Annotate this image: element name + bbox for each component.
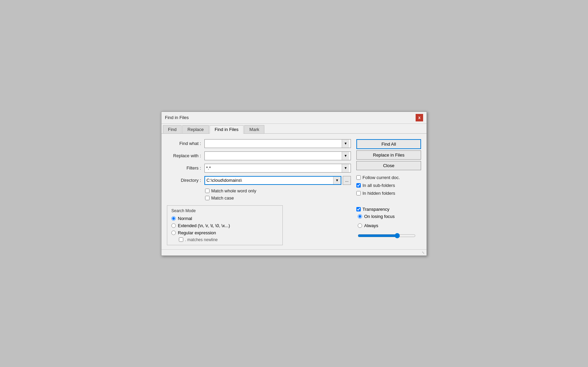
replace-with-row: Replace with : ▼ [167, 151, 351, 160]
replace-with-input[interactable] [206, 153, 342, 158]
always-radio[interactable] [358, 223, 362, 228]
search-mode-normal-label: Normal [178, 216, 192, 221]
on-losing-focus-label: On losing focus [364, 214, 395, 219]
resize-icon: ⤡ [422, 251, 424, 254]
directory-row: Directory : ▼ ... [167, 176, 351, 185]
find-what-control: ▼ [204, 139, 351, 148]
find-what-row: Find what : ▼ [167, 139, 351, 148]
titlebar: Find in Files x [161, 112, 427, 124]
always-label: Always [364, 223, 378, 228]
match-whole-word-checkbox[interactable] [205, 189, 210, 193]
replace-in-files-button[interactable]: Replace in Files [356, 150, 421, 160]
follow-current-doc-row: Follow current doc. [356, 175, 421, 180]
dialog-title: Find in Files [165, 115, 189, 120]
find-all-button[interactable]: Find All [356, 139, 421, 149]
directory-dropdown-arrow[interactable]: ▼ [333, 177, 341, 184]
transparency-section: Transparency On losing focus Always [356, 207, 421, 239]
match-case-checkbox[interactable] [205, 196, 210, 200]
filters-control: ▼ [204, 164, 351, 173]
filters-arrow[interactable]: ▼ [342, 164, 349, 172]
left-side: Find what : ▼ Replace with : ▼ [167, 139, 351, 245]
filters-input[interactable] [206, 165, 342, 171]
close-window-button[interactable]: x [416, 114, 423, 121]
search-mode-extended-row: Extended (\n, \r, \t, \0, \x...) [171, 223, 278, 228]
checkboxes-section: Match whole word only Match case [167, 188, 351, 201]
tab-replace[interactable]: Replace [182, 125, 209, 133]
match-case-label: Match case [211, 195, 234, 201]
transparency-radios: On losing focus Always [358, 214, 421, 230]
filters-label: Filters : [167, 165, 204, 171]
always-row: Always [358, 223, 421, 228]
main-content: Find what : ▼ Replace with : ▼ [167, 139, 421, 245]
directory-label: Directory : [167, 178, 204, 183]
search-mode-title: Search Mode [171, 208, 278, 213]
transparency-header: Transparency [356, 207, 421, 212]
in-hidden-folders-label: In hidden folders [362, 191, 395, 196]
tab-bar: Find Replace Find in Files Mark [161, 124, 427, 134]
right-side: Find All Replace in Files Close Follow c… [356, 139, 421, 245]
search-mode-normal-row: Normal [171, 216, 278, 221]
match-case-row: Match case [205, 195, 351, 201]
find-in-files-dialog: Find in Files x Find Replace Find in Fil… [161, 112, 427, 256]
dialog-footer: ⤡ [161, 249, 427, 255]
replace-with-label: Replace with : [167, 153, 204, 158]
close-button[interactable]: Close [356, 161, 421, 170]
browse-button[interactable]: ... [343, 176, 351, 185]
filters-row: Filters : ▼ [167, 164, 351, 173]
matches-newline-label: . matches newline [185, 237, 218, 242]
search-mode-regex-label: Regular expression [178, 230, 216, 235]
filters-dropdown[interactable]: ▼ [204, 164, 351, 173]
directory-control: ▼ ... [204, 176, 351, 185]
replace-with-control: ▼ [204, 151, 351, 160]
find-what-input[interactable] [206, 141, 342, 146]
search-mode-normal-radio[interactable] [171, 216, 176, 221]
search-mode-regex-row: Regular expression [171, 230, 278, 235]
find-what-arrow[interactable]: ▼ [342, 140, 349, 148]
find-what-label: Find what : [167, 141, 204, 146]
replace-with-dropdown[interactable]: ▼ [204, 151, 351, 160]
directory-input-wrap[interactable]: ▼ [204, 176, 341, 185]
right-checkboxes: Follow current doc. In all sub-folders I… [356, 175, 421, 196]
search-mode-extended-radio[interactable] [171, 223, 176, 228]
in-all-subfolders-label: In all sub-folders [362, 183, 395, 188]
on-losing-focus-radio[interactable] [358, 214, 362, 219]
search-mode-regex-radio[interactable] [171, 231, 176, 235]
match-whole-word-label: Match whole word only [211, 188, 256, 193]
on-losing-focus-row: On losing focus [358, 214, 421, 219]
in-all-subfolders-row: In all sub-folders [356, 183, 421, 188]
transparency-slider-wrap [356, 233, 421, 239]
matches-newline-checkbox[interactable] [179, 237, 183, 242]
matches-newline-row: . matches newline [179, 237, 278, 242]
bottom-section: Search Mode Normal Extended (\n, \r, \t,… [167, 205, 351, 245]
directory-input[interactable] [205, 178, 333, 183]
tab-find-in-files[interactable]: Find in Files [210, 125, 244, 134]
tab-mark[interactable]: Mark [244, 125, 264, 133]
find-what-dropdown[interactable]: ▼ [204, 139, 351, 148]
search-mode-extended-label: Extended (\n, \r, \t, \0, \x...) [178, 223, 230, 228]
transparency-slider[interactable] [358, 233, 416, 238]
dialog-body: Find what : ▼ Replace with : ▼ [161, 134, 427, 249]
replace-with-arrow[interactable]: ▼ [342, 152, 349, 160]
follow-current-doc-checkbox[interactable] [356, 175, 361, 180]
in-all-subfolders-checkbox[interactable] [356, 183, 361, 188]
tab-find[interactable]: Find [163, 125, 182, 133]
transparency-checkbox[interactable] [356, 207, 361, 211]
transparency-label: Transparency [362, 207, 389, 212]
in-hidden-folders-checkbox[interactable] [356, 191, 361, 195]
match-whole-word-row: Match whole word only [205, 188, 351, 193]
search-mode-box: Search Mode Normal Extended (\n, \r, \t,… [167, 205, 283, 245]
follow-current-doc-label: Follow current doc. [362, 175, 400, 180]
in-hidden-folders-row: In hidden folders [356, 191, 421, 196]
